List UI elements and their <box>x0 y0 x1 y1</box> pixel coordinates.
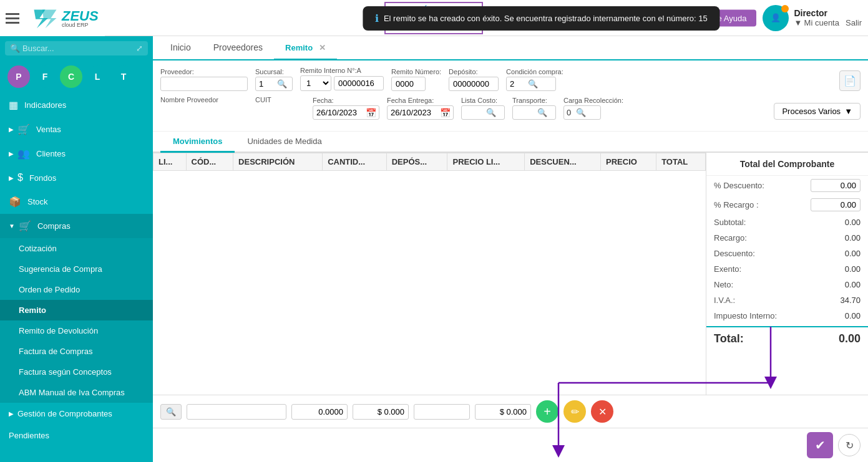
bottom-num-input[interactable] <box>291 404 348 420</box>
delete-row-btn[interactable]: ✕ <box>591 400 613 423</box>
tab-remito[interactable]: Remito ✕ <box>274 36 337 60</box>
sidebar-item-indicadores[interactable]: ▦ Indicadores <box>0 93 153 117</box>
col-total: TOTAL <box>656 153 706 171</box>
arrow-icon: ▶ <box>9 126 14 133</box>
sidebar-search-input[interactable] <box>22 44 136 53</box>
fecha-calendar-btn[interactable]: 📅 <box>363 107 379 119</box>
sidebar-item-factura-conceptos[interactable]: Factura según Conceptos <box>0 362 153 382</box>
total-comprobante-title: Total del Comprobante <box>706 153 868 176</box>
confirm-button[interactable]: ✔ <box>807 432 833 458</box>
imp-interno-row: Impuesto Interno: 0.00 <box>706 308 868 324</box>
sidebar-item-fondos[interactable]: ▶ $ Fondos <box>0 166 153 190</box>
cond-compra-input[interactable] <box>507 77 525 90</box>
sidebar-item-gestion[interactable]: ▶ Gestión de Comprobantes <box>0 403 153 425</box>
recargo2-row: Recargo: 0.00 <box>706 230 868 246</box>
carga-label: Carga Recolección: <box>563 97 623 104</box>
avatar-l[interactable]: L <box>86 65 109 88</box>
avatar-p[interactable]: P <box>7 65 30 88</box>
sub-tab-movimientos[interactable]: Movimientos <box>160 132 235 153</box>
deposito-label: Depósito: <box>449 68 499 75</box>
content-area: Inicio Proveedores Remito ✕ Proveedor: 🔍 <box>153 36 868 462</box>
dashboard-icon: ▦ <box>9 99 18 111</box>
my-account-link[interactable]: Mi cuenta <box>804 18 839 27</box>
procesos-varios-btn[interactable]: Procesos Varios ▼ <box>774 103 861 120</box>
bottom-dollar1-input[interactable] <box>353 404 409 420</box>
fecha-entrega-input[interactable] <box>388 106 437 119</box>
remito-numero-input[interactable] <box>391 77 426 91</box>
sidebar-item-orden[interactable]: Orden de Pedido <box>0 279 153 300</box>
sucursal-input[interactable] <box>256 77 275 90</box>
sidebar-item-sugerencia[interactable]: Sugerencia de Compra <box>0 259 153 279</box>
carga-search-btn[interactable]: 🔍 <box>573 107 588 118</box>
fecha-entrega-label: Fecha Entrega: <box>387 97 454 104</box>
descuento-row: % Descuento: <box>706 176 868 195</box>
user-area: 👤 Director ▼ Mi cuenta Salir <box>763 5 868 31</box>
fecha-input[interactable] <box>313 106 363 119</box>
avatar-c[interactable]: C <box>60 65 82 88</box>
remito-interno-select[interactable]: 1 <box>300 75 331 91</box>
deposito-input[interactable] <box>449 77 499 91</box>
recargo-input[interactable] <box>811 198 861 211</box>
table-area: LI... CÓD... DESCRIPCIÓN CANTID... DEPÓS… <box>153 153 706 395</box>
transporte-search-btn[interactable]: 🔍 <box>535 107 550 118</box>
col-li: LI... <box>154 153 187 171</box>
lista-costo-search-btn[interactable]: 🔍 <box>484 107 499 118</box>
tab-close-icon[interactable]: ✕ <box>319 43 326 52</box>
cuit-label: CUIT <box>255 96 305 103</box>
tab-proveedores[interactable]: Proveedores <box>202 36 274 60</box>
fecha-entrega-wrap: 📅 <box>387 105 454 120</box>
remito-numero-label: Remito Número: <box>391 68 441 75</box>
right-panel: Total del Comprobante % Descuento: % Rec… <box>706 153 868 395</box>
svg-marker-4 <box>42 9 57 28</box>
sidebar-label-clientes: Clientes <box>36 149 66 158</box>
toast-icon: ℹ <box>375 12 379 24</box>
refresh-button[interactable]: ↻ <box>838 434 861 456</box>
sidebar-item-factura-compras[interactable]: Factura de Compras <box>0 341 153 362</box>
add-row-btn[interactable]: + <box>536 400 558 423</box>
sub-tab-unidades[interactable]: Unidades de Medida <box>235 132 334 153</box>
sidebar-item-clientes[interactable]: ▶ 👥 Clientes <box>0 142 153 166</box>
sub-tabs: Movimientos Unidades de Medida <box>153 132 868 153</box>
bottom-dollar2-input[interactable] <box>475 404 531 420</box>
avatar[interactable]: 👤 <box>763 5 789 31</box>
bottom-text-input[interactable] <box>414 404 470 420</box>
total-row: Total: 0.00 <box>706 326 868 350</box>
cond-compra-search-btn[interactable]: 🔍 <box>525 78 540 90</box>
fecha-wrap: 📅 <box>313 105 379 120</box>
zeus-logo-icon <box>31 6 59 31</box>
transporte-input[interactable] <box>513 106 535 119</box>
sidebar-avatars: P F C L T <box>0 60 153 93</box>
deposito-group: Depósito: <box>449 68 499 91</box>
tab-inicio[interactable]: Inicio <box>159 36 202 60</box>
hamburger-button[interactable] <box>0 0 25 36</box>
procesos-arrow-icon: ▼ <box>844 107 852 116</box>
sidebar-item-pendientes[interactable]: Pendientes <box>0 425 153 446</box>
sidebar-item-stock[interactable]: 📦 Stock <box>0 190 153 214</box>
avatar-t[interactable]: T <box>112 65 135 88</box>
bottom-search-input[interactable] <box>187 404 286 420</box>
subtotal-label: Subtotal: <box>714 218 746 227</box>
fecha-entrega-calendar-btn[interactable]: 📅 <box>437 107 453 119</box>
cond-compra-label: Condición compra: <box>506 68 563 75</box>
sidebar-item-compras[interactable]: ▼ 🛒 Compras <box>0 214 153 238</box>
neto-row: Neto: 0.00 <box>706 277 868 292</box>
svg-rect-2 <box>6 22 19 24</box>
lista-costo-input[interactable] <box>462 106 484 119</box>
avatar-f[interactable]: F <box>34 65 56 88</box>
sidebar-item-abm-iva[interactable]: ABM Manual de Iva Compras <box>0 382 153 403</box>
descuento-input[interactable] <box>811 179 861 192</box>
remito-interno-input[interactable] <box>334 76 384 90</box>
edit-row-btn[interactable]: ✏ <box>563 400 586 423</box>
sidebar-item-remito[interactable]: Remito <box>0 300 153 320</box>
sidebar-item-remito-dev[interactable]: Remito de Devolución <box>0 320 153 341</box>
cond-compra-group: Condición compra: 🔍 <box>506 68 563 91</box>
neto-value: 0.00 <box>845 280 861 289</box>
logout-link[interactable]: Salir <box>846 18 862 27</box>
sidebar-submenu-compras: Cotización Sugerencia de Compra Orden de… <box>0 238 153 403</box>
sidebar-item-ventas[interactable]: ▶ 🛒 Ventas <box>0 117 153 142</box>
sidebar-label-fondos: Fondos <box>29 173 56 183</box>
sidebar-item-cotizacion[interactable]: Cotización <box>0 238 153 259</box>
sucursal-search-btn[interactable]: 🔍 <box>275 78 290 90</box>
doc-icon-btn[interactable]: 📄 <box>839 70 861 91</box>
bottom-search-btn[interactable]: 🔍 <box>160 404 182 420</box>
